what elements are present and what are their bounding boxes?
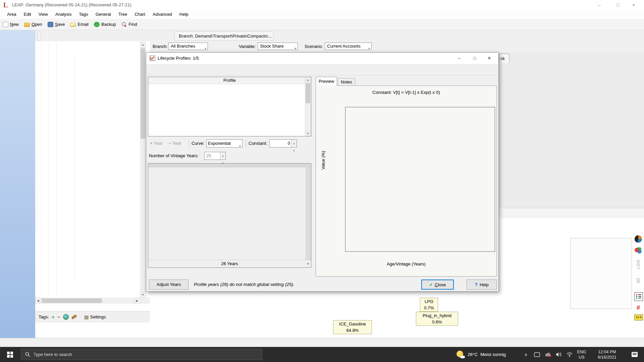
menu-item-help[interactable]: Help xyxy=(176,11,192,18)
constant-label: Constant: xyxy=(249,141,267,146)
profile-list-header: Profile xyxy=(148,77,311,84)
scenario-filter-label: Scenario: xyxy=(305,44,323,49)
table-scrollbar[interactable] xyxy=(306,167,311,260)
menu-item-tags[interactable]: Tags xyxy=(75,11,92,18)
minimize-button[interactable]: – xyxy=(592,0,607,10)
tray-show-hidden-icons[interactable]: ∧ xyxy=(522,347,530,362)
settings-page-icon: ▤ xyxy=(84,313,89,321)
menu-item-tree[interactable]: Tree xyxy=(115,11,131,18)
new-button[interactable]: New xyxy=(3,22,19,27)
open-button[interactable]: Open xyxy=(24,22,42,27)
taskbar-weather[interactable]: 26°C Meist sonnig xyxy=(456,347,506,362)
volume-icon[interactable] xyxy=(554,347,564,362)
statusbar xyxy=(0,338,644,347)
scroll-right-icon[interactable]: ▶ xyxy=(134,298,140,304)
search-icon xyxy=(25,352,30,357)
dialog-minimize-button[interactable]: – xyxy=(452,53,466,64)
curve-select[interactable]: Exponential ▼ xyxy=(206,139,243,147)
onedrive-error-icon[interactable] xyxy=(543,347,553,362)
branch-filter-select[interactable]: All Branches▼ xyxy=(168,43,208,50)
chevron-down-icon: ▼ xyxy=(294,45,297,52)
find-button[interactable]: Find xyxy=(121,22,137,27)
add-tag-icon[interactable]: + xyxy=(52,314,55,320)
pie-callout-plug-in-hybrid: Plug_in_hybrid0.6% xyxy=(416,312,458,326)
branch-filter-label: Branch: xyxy=(153,44,168,49)
constant-input[interactable]: 0 ▲▼ xyxy=(269,139,297,147)
open-icon xyxy=(24,23,30,27)
scroll-left-icon[interactable]: ◀ xyxy=(35,298,41,304)
pie-chart-type-button[interactable] xyxy=(634,235,643,243)
variable-filter-select[interactable]: Stock Share▼ xyxy=(258,43,298,50)
3d-button[interactable]: 3D xyxy=(634,278,643,288)
log-scale-button[interactable]: LOG xyxy=(634,259,643,275)
data-line xyxy=(345,107,494,107)
menu-item-chart[interactable]: Chart xyxy=(131,11,149,18)
scroll-down-icon[interactable]: ▼ xyxy=(305,131,311,136)
weather-icon xyxy=(456,350,465,359)
menubar: AreaEditViewAnalysisTagsGeneralTreeChart… xyxy=(0,10,644,19)
dialog-close-action-button[interactable]: ✓ Close xyxy=(421,280,454,290)
maximize-button[interactable]: □ xyxy=(610,0,626,10)
windows-logo-icon xyxy=(7,352,13,358)
tab-preview[interactable]: Preview xyxy=(316,77,337,86)
spinner[interactable]: ▲▼ xyxy=(220,152,225,160)
find-icon xyxy=(121,22,127,27)
dialog-titlebar[interactable]: Lifecycle Profiles: 1/5 – □ ✕ xyxy=(146,53,498,64)
brush-icon[interactable] xyxy=(71,314,77,319)
dialog-maximize-button[interactable]: □ xyxy=(468,53,482,64)
menu-item-edit[interactable]: Edit xyxy=(20,11,35,18)
chevron-down-icon: ▼ xyxy=(239,142,241,150)
tree-horizontal-scrollbar[interactable]: ◀ ▶ xyxy=(35,298,150,304)
add-year-button: + Year xyxy=(150,141,162,146)
clock[interactable]: 12:04 PM6/16/2021 xyxy=(590,347,624,362)
tree-vertical-scrollbar[interactable]: ▲ ▼ xyxy=(140,42,146,298)
email-button[interactable]: Email xyxy=(70,22,89,27)
spinner[interactable]: ▲▼ xyxy=(291,140,297,147)
tags-label: Tags: xyxy=(39,314,49,319)
decimals-button[interactable]: 12.5 xyxy=(634,314,643,320)
email-icon xyxy=(70,23,76,27)
curve-label: Curve: xyxy=(192,141,204,146)
backup-button[interactable]: →Backup xyxy=(94,22,116,27)
action-center-icon[interactable] xyxy=(628,347,641,362)
scenario-filter-select[interactable]: Current Accounts▼ xyxy=(325,43,372,50)
shape-chart-type-button[interactable] xyxy=(634,247,643,254)
save-button[interactable]: Save xyxy=(48,22,65,27)
profile-warning-text: Profile years (26) do not match global s… xyxy=(194,282,294,287)
menu-item-area[interactable]: Area xyxy=(3,11,20,18)
remove-tag-icon[interactable]: − xyxy=(57,314,60,320)
globe-icon[interactable] xyxy=(63,314,69,320)
legend-toggle-button[interactable] xyxy=(634,292,643,301)
tab-notes[interactable]: Notes xyxy=(338,78,355,86)
tablet-mode-icon[interactable] xyxy=(533,347,541,362)
language-indicator[interactable]: ENGUS xyxy=(574,347,589,362)
scroll-down-icon[interactable]: ▼ xyxy=(140,292,146,298)
vintage-years-label: Number of Vintage Years: xyxy=(149,153,199,158)
menu-item-general[interactable]: General xyxy=(92,11,115,18)
search-placeholder: Type here to search xyxy=(34,352,72,357)
menu-item-view[interactable]: View xyxy=(35,11,52,18)
taskbar-search[interactable]: Type here to search xyxy=(21,349,262,360)
empty-strip xyxy=(35,322,150,338)
menu-item-advanced[interactable]: Advanced xyxy=(149,11,176,18)
table-footer: 26 Years xyxy=(148,260,311,267)
adjust-years-button[interactable]: Adjust Years xyxy=(149,280,189,290)
tags-bar: Tags: + − ▤ Settings xyxy=(35,311,150,322)
chevron-down-icon: ▼ xyxy=(368,45,370,52)
menu-item-analysis[interactable]: Analysis xyxy=(52,11,75,18)
scroll-up-icon[interactable]: ▲ xyxy=(305,77,311,82)
clipboard-group: Branch: Demand\Transport\Private\Compact… xyxy=(174,31,273,41)
profile-list-scrollbar[interactable]: ▲ ▼ xyxy=(305,77,311,136)
scroll-down-icon[interactable]: ▼ xyxy=(306,261,311,267)
dialog-close-button[interactable]: ✕ xyxy=(482,53,496,64)
dialog-help-button[interactable]: ? Help xyxy=(467,280,497,290)
scroll-up-icon[interactable]: ▲ xyxy=(140,42,146,48)
vintage-years-input[interactable]: 25 ▲▼ xyxy=(204,152,226,160)
gridlines-button[interactable]: # xyxy=(634,304,643,311)
wifi-icon[interactable] xyxy=(565,347,574,362)
start-button[interactable] xyxy=(0,347,20,362)
branch-tree-panel: ▲ ▼ ◀ ▶ xyxy=(35,42,150,304)
tags-settings-button[interactable]: ▤ Settings xyxy=(84,313,106,321)
close-button[interactable]: × xyxy=(626,0,641,10)
background-tab-fragment[interactable]: ck xyxy=(499,54,509,63)
